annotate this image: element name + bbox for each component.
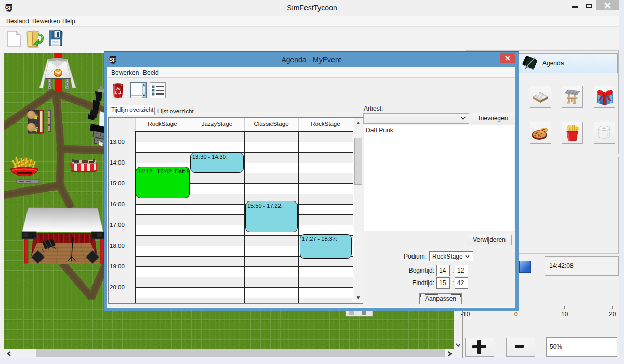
svg-text:SF: SF xyxy=(56,72,60,75)
